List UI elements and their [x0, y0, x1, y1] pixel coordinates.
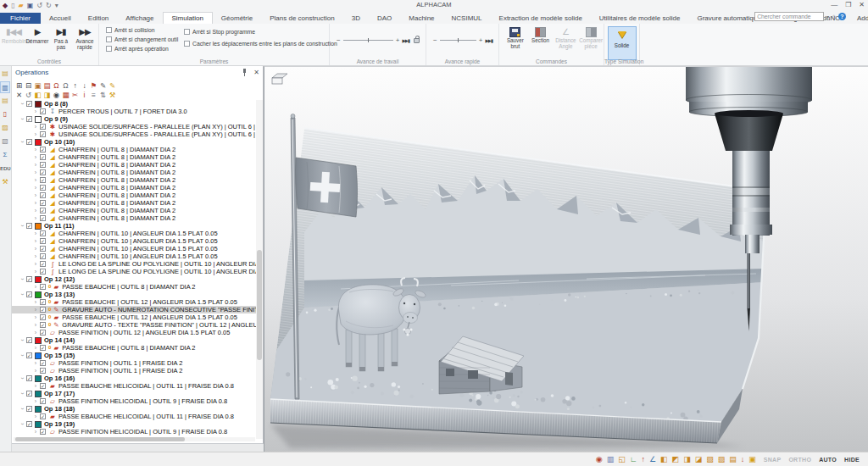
toolpath-row[interactable]: ›✓◢CHANFREIN | OUTIL 8 | DIAMANT DIA 2 — [12, 161, 257, 169]
reorder-icon[interactable]: ⇅ — [98, 91, 108, 100]
chevron-icon[interactable]: › — [32, 214, 39, 222]
toolpath-checkbox[interactable]: ✓ — [40, 230, 46, 236]
chevron-icon[interactable]: › — [32, 344, 39, 352]
chevron-icon[interactable]: › — [32, 283, 39, 291]
z-down-icon[interactable]: ↓ — [741, 454, 745, 464]
plus-icon[interactable]: + — [479, 36, 483, 44]
operation-checkbox[interactable]: ✓ — [26, 337, 32, 343]
toolpath-row[interactable]: ›✓◢CHANFREIN | OUTIL 8 | DIAMANT DIA 2 — [12, 191, 257, 199]
edunc-icon[interactable]: ᴇᴅᴜ — [0, 163, 10, 175]
tab-3d[interactable]: 3D — [343, 13, 369, 24]
view-left-icon[interactable]: ▧ — [706, 454, 714, 464]
toolpath-row[interactable]: ›✓ʃLE LONG DE LA SPLINE OU POLYLIGNE | O… — [12, 268, 257, 275]
toolpath-checkbox[interactable]: ✓ — [40, 253, 46, 259]
checkbox-cacher-les-d-placements-entre-les-plans-de-construction[interactable]: Cacher les déplacements entre les plans … — [184, 41, 337, 47]
operation-checkbox[interactable]: ✓ — [26, 421, 32, 427]
toolpath-checkbox[interactable]: ✓ — [40, 284, 46, 290]
layers-icon[interactable]: ▧ — [0, 136, 10, 147]
chevron-icon[interactable]: › — [32, 108, 39, 115]
section-button[interactable]: Section — [528, 26, 554, 49]
toolpath-checkbox[interactable]: ✓ — [40, 215, 46, 221]
chevron-icon[interactable]: › — [32, 153, 39, 161]
search-dropdown-icon[interactable]: ▾ — [826, 14, 829, 19]
toolpath-row[interactable]: ›✓▱PASSE FINITION | OUTIL 1 | FRAISE DIA… — [12, 367, 257, 374]
checkbox-box[interactable] — [106, 46, 112, 52]
toolpath-row[interactable]: ›✓▱PASSE FINITION HELICOIDAL | OUTIL 9 |… — [12, 428, 257, 435]
chevron-icon[interactable]: › — [32, 321, 39, 329]
chevron-icon[interactable]: › — [32, 245, 39, 252]
operation-checkbox[interactable]: ✓ — [26, 101, 32, 107]
chevron-icon[interactable]: › — [19, 116, 26, 123]
operation-header[interactable]: ›✓Op 16 (16) — [12, 374, 257, 382]
toolpath-row[interactable]: ›✓◢CHANFREIN | OUTIL 10 | ANGLEUR DIA 1.… — [12, 237, 257, 245]
scrollbar-thumb[interactable] — [257, 250, 262, 360]
status-auto[interactable]: AUTO — [819, 457, 837, 463]
toolpath-checkbox[interactable]: ✓ — [40, 147, 46, 153]
chevron-icon[interactable]: › — [32, 146, 39, 153]
chevron-icon[interactable]: › — [32, 184, 39, 191]
toolpath-row[interactable]: ›✓0▰PASSE EBAUCHE | OUTIL 8 | DIAMANT DI… — [12, 283, 257, 291]
toolpath-checkbox[interactable]: ✓ — [40, 124, 46, 130]
tab-fichier[interactable]: Fichier — [0, 13, 41, 24]
toolpath-row[interactable]: ›✓◢CHANFREIN | OUTIL 8 | DIAMANT DIA 2 — [12, 184, 257, 191]
operation-checkbox[interactable]: ✓ — [26, 352, 32, 358]
chevron-icon[interactable]: › — [32, 176, 39, 184]
tab-machine[interactable]: Machine — [400, 13, 442, 24]
chevron-icon[interactable]: › — [32, 329, 39, 336]
toolpath-row[interactable]: ›✓◢CHANFREIN | OUTIL 8 | DIAMANT DIA 2 — [12, 214, 257, 222]
pas-pas-button[interactable]: ▶▮Pas à pas — [49, 25, 73, 50]
zoom-extents-icon[interactable]: ◱ — [618, 454, 626, 464]
operation-header[interactable]: ›✓Op 12 (12) — [12, 275, 257, 283]
minus-icon[interactable]: − — [337, 36, 341, 44]
toolpath-row[interactable]: ›✓▰PASSE EBAUCHE HELICOIDAL | OUTIL 11 |… — [12, 382, 257, 390]
view-right-icon[interactable]: ▨ — [718, 454, 726, 464]
operation-header[interactable]: ›✓Op 11 (11) — [12, 222, 257, 230]
operation-header[interactable]: ›✓Op 9 (9) — [12, 115, 257, 123]
status-snap[interactable]: SNAP — [764, 457, 782, 463]
toolpath-row[interactable]: ›✓◢CHANFREIN | OUTIL 8 | DIAMANT DIA 2 — [12, 199, 257, 207]
chevron-icon[interactable]: › — [32, 191, 39, 199]
operation-checkbox[interactable]: ✓ — [26, 391, 32, 397]
checkbox-arr-t-apr-s-op-ration[interactable]: Arrêt après opération — [106, 46, 169, 52]
toolpath-row[interactable]: ›✓◢CHANFREIN | OUTIL 8 | DIAMANT DIA 2 — [12, 207, 257, 214]
scrollbar-thumb[interactable] — [15, 437, 185, 441]
chevron-icon[interactable]: › — [19, 223, 26, 230]
checkbox-box[interactable] — [184, 29, 190, 35]
toolpath-checkbox[interactable]: ✓ — [40, 413, 46, 419]
checkbox-box[interactable] — [106, 36, 112, 42]
sort-icon[interactable]: ≡ — [89, 91, 98, 100]
toolpath-row[interactable]: ›✓✱USINAGE SOLIDE/SURFACES - PARALLELE (… — [12, 130, 257, 138]
toolpath-checkbox[interactable]: ✓ — [40, 269, 46, 275]
chevron-icon[interactable]: › — [32, 260, 39, 268]
toolpath-row[interactable]: ›✓◢CHANFREIN | OUTIL 8 | DIAMANT DIA 2 — [12, 146, 257, 153]
toolpath-row[interactable]: ›✓◢CHANFREIN | OUTIL 8 | DIAMANT DIA 2 — [12, 169, 257, 176]
chevron-icon[interactable]: › — [32, 359, 39, 367]
chevron-icon[interactable]: › — [19, 406, 26, 413]
toolpath-checkbox[interactable]: ✓ — [40, 398, 46, 404]
chevron-icon[interactable]: › — [32, 382, 39, 390]
operations-tab-icon[interactable]: ▥ — [0, 81, 10, 93]
toolpath-checkbox[interactable]: ✓ — [40, 162, 46, 168]
close-icon[interactable]: ✕ — [253, 69, 259, 76]
view-top-icon[interactable]: ◩ — [672, 454, 680, 464]
unlock-icon[interactable]: ◨ — [42, 91, 52, 100]
operation-header[interactable]: ›✓Op 8 (8) — [12, 100, 257, 108]
toolpath-row[interactable]: ›✓0✎GRAVURE AUTO - TEXTE "PASSE FINITION… — [12, 321, 257, 329]
operation-header[interactable]: ›✓Op 18 (18) — [12, 405, 257, 413]
operation-header[interactable]: ›✓Op 17 (17) — [12, 390, 257, 397]
operation-header[interactable]: ›✓Op 15 (15) — [12, 352, 257, 359]
plus-icon[interactable]: + — [396, 36, 400, 44]
chevron-icon[interactable]: › — [32, 237, 39, 245]
chevron-icon[interactable]: › — [19, 391, 26, 397]
operation-checkbox[interactable]: ✓ — [26, 139, 32, 145]
chevron-icon[interactable]: › — [32, 413, 39, 420]
operation-checkbox[interactable]: ✓ — [26, 116, 32, 122]
slider-track[interactable] — [440, 40, 476, 41]
chevron-icon[interactable]: › — [32, 313, 39, 321]
chevron-icon[interactable]: › — [19, 352, 26, 359]
status-ortho[interactable]: ORTHO — [788, 457, 811, 463]
toolpath-row[interactable]: ›✓ʃLE LONG DE LA SPLINE OU POLYLIGNE | O… — [12, 260, 257, 268]
operation-header[interactable]: ›✓Op 19 (19) — [12, 420, 257, 428]
chevron-icon[interactable]: › — [19, 337, 26, 344]
lock-icon[interactable] — [414, 38, 420, 43]
